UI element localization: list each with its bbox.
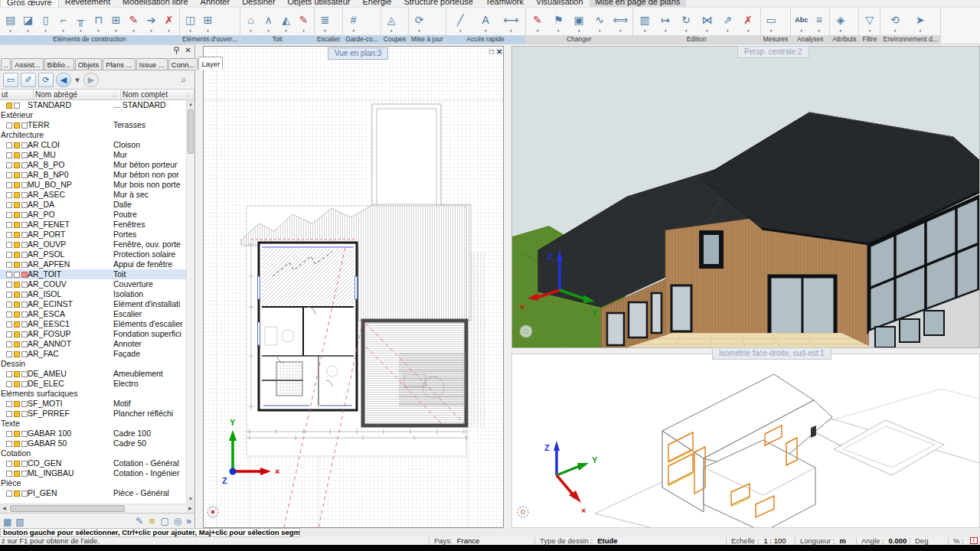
layer-toggle-white-icon[interactable]	[21, 212, 28, 218]
layer-toggle-white-icon[interactable]	[6, 381, 12, 387]
layer-toggle-white-icon[interactable]	[6, 411, 12, 417]
measure-tool-icon[interactable]: ▭▾	[763, 11, 780, 33]
globe-view-icon[interactable]: ◎	[174, 516, 181, 527]
layer-toggle-white-icon[interactable]	[6, 302, 12, 308]
isometric-3d-view[interactable]: Z Y ×	[511, 354, 980, 528]
layer-row-de-elec[interactable]: DE_ELECElectro	[0, 379, 186, 389]
layer-toggle-yellow-icon[interactable]	[14, 282, 20, 288]
layer-toggle-white-icon[interactable]	[21, 441, 28, 447]
layer-row-ar-fenet[interactable]: AR_FENETFenêtres	[0, 220, 186, 230]
layer-toggle-white-icon[interactable]	[6, 292, 12, 298]
slab-tool-icon[interactable]: ◪▾	[19, 11, 37, 33]
cursor-tool-icon[interactable]: ➤▾	[911, 11, 929, 33]
move-tool-icon[interactable]: ↦▾	[657, 11, 675, 33]
layer-row-ar-cloi[interactable]: AR CLOICloison	[0, 140, 186, 150]
stamp-tool-icon[interactable]: ▣▾	[570, 11, 588, 33]
shell-tool-icon[interactable]: ◭▾	[277, 11, 295, 33]
layer-toggle-yellow-icon[interactable]	[14, 341, 20, 347]
panel-tab-layer[interactable]: Layer	[198, 57, 223, 70]
layer-toggle-white-icon[interactable]	[21, 461, 28, 467]
layer-toggle-white-icon[interactable]	[6, 311, 12, 318]
roof-plane-tool-icon[interactable]: ∧▾	[260, 11, 277, 33]
print-icon[interactable]: ▭	[3, 73, 18, 87]
search-icon[interactable]: ⌕	[176, 73, 191, 87]
layer-toggle-white-icon[interactable]	[6, 142, 12, 148]
layer-row-ml-ingbau[interactable]: ML_INGBAUCotation - Ingénier	[0, 468, 186, 478]
layer-toggle-white-icon[interactable]	[6, 202, 12, 208]
layer-row-ar-b-po[interactable]: AR_B_POMur béton porteur	[0, 160, 186, 170]
panel-option-2-icon[interactable]: ▧	[15, 517, 24, 527]
layer-toggle-yellow-icon[interactable]	[14, 122, 20, 129]
pick-up-tool-icon[interactable]: ➔▾	[142, 11, 160, 33]
layer-toggle-yellow-icon[interactable]	[14, 441, 20, 447]
layer-toggle-white-icon[interactable]	[14, 103, 20, 109]
layer-row-terr[interactable]: TERRTerasses	[0, 120, 186, 130]
line-tool-icon[interactable]: ╱▾	[452, 11, 469, 33]
layer-toggle-white-icon[interactable]	[21, 222, 28, 228]
copy-tool-icon[interactable]: ▥▾	[636, 11, 654, 33]
layer-row-ar-apfen[interactable]: AR_APFENAppui de fenêtre	[0, 259, 186, 269]
layer-toggle-white-icon[interactable]	[21, 471, 28, 477]
layer-toggle-yellow-icon[interactable]	[14, 401, 20, 407]
layer-toggle-white-icon[interactable]	[6, 371, 12, 377]
layer-row-co-gen[interactable]: CO_GENCotation - Général	[0, 458, 186, 468]
menu-teamwork[interactable]: Teamwork	[479, 0, 530, 8]
layer-toggle-yellow-icon[interactable]	[14, 292, 20, 298]
menu-visualisation[interactable]: Visualisation	[530, 0, 590, 8]
nav-forward-icon[interactable]: ▶	[83, 73, 99, 87]
layer-toggle-white-icon[interactable]	[21, 182, 28, 188]
menu-annoter[interactable]: Annoter	[194, 0, 237, 8]
layer-toggle-white-icon[interactable]	[6, 242, 12, 248]
layer-row-gabar-100[interactable]: GABAR 100Cadre 100	[0, 429, 186, 439]
layer-toggle-yellow-icon[interactable]	[14, 192, 20, 198]
layer-toggle-white-icon[interactable]	[21, 162, 28, 168]
layer-toggle-white-icon[interactable]	[21, 302, 28, 308]
scroll-up-icon[interactable]: ▲	[187, 100, 194, 109]
modify-element-tool-icon[interactable]: ✎▾	[125, 11, 142, 33]
panel-tab-assist[interactable]: Assist...	[11, 58, 43, 70]
beam-tool-icon[interactable]: ⌐▾	[54, 11, 72, 33]
layer-toggle-yellow-icon[interactable]	[14, 182, 20, 188]
layer-toggle-yellow-icon[interactable]	[14, 202, 20, 208]
column-tool-icon[interactable]: ▯▾	[37, 11, 54, 33]
layer-row-ar-port[interactable]: AR_PORTPortes	[0, 230, 186, 240]
resize-tool-icon[interactable]: ⇗▾	[719, 11, 737, 33]
layer-toggle-white-icon[interactable]	[21, 381, 28, 387]
demolish-tool-icon[interactable]: ✗▾	[160, 11, 178, 33]
attributes-tool-icon[interactable]: ◈▾	[831, 11, 849, 33]
layer-toggle-red-icon[interactable]	[21, 272, 28, 278]
layer-row-ar-fosup[interactable]: AR_FOSUPFondation superfici	[0, 329, 186, 339]
scroll-down-icon[interactable]: ▼	[187, 495, 194, 504]
layer-row-ar-asec[interactable]: AR_ASECMur à sec	[0, 190, 186, 200]
panel-tab-issue[interactable]: Issue ...	[136, 58, 168, 70]
more-chevrons-icon[interactable]: »	[186, 516, 191, 527]
wall-tool-icon[interactable]: ▤▾	[2, 11, 19, 33]
layer-toggle-yellow-icon[interactable]	[14, 222, 20, 228]
menu-structure-porteuse[interactable]: Structure porteuse	[397, 0, 479, 8]
layer-toggle-white-icon[interactable]	[21, 351, 28, 357]
layer-toggle-white-icon[interactable]	[21, 202, 28, 208]
layer-toggle-white-icon[interactable]	[6, 351, 12, 357]
layer-toggle-yellow-icon[interactable]	[14, 461, 20, 467]
layer-row-ar-eesc1[interactable]: AR_EESC1Eléments d'escalier	[0, 319, 186, 329]
layer-row-sf-moti[interactable]: SF_MOTIMotif	[0, 399, 186, 409]
layer-toggle-white-icon[interactable]	[6, 122, 12, 129]
railing-tool-icon[interactable]: #▾	[345, 11, 362, 33]
layer-toggle-white-icon[interactable]	[6, 222, 12, 228]
layer-toggle-white-icon[interactable]	[6, 341, 12, 347]
layer-row-ar-ouvp[interactable]: AR_OUVPFenêtre, ouv. porte	[0, 240, 186, 249]
close-view-icon[interactable]: ✕	[496, 48, 502, 56]
mirror-tool-icon[interactable]: ⋈▾	[698, 11, 716, 33]
layer-toggle-white-icon[interactable]	[21, 491, 28, 497]
layer-toggle-yellow-icon[interactable]	[14, 381, 20, 387]
layer-toggle-white-icon[interactable]	[21, 262, 28, 268]
layer-toggle-yellow-icon[interactable]	[14, 351, 20, 357]
panel-tab-objets[interactable]: Objets	[75, 58, 102, 70]
menu-objets-utilisateur[interactable]: Objets utilisateur	[282, 0, 357, 8]
edit-pencil-tool-icon[interactable]: ✎▾	[529, 11, 547, 33]
layer-toggle-yellow-icon[interactable]	[14, 302, 20, 308]
layer-toggle-white-icon[interactable]	[6, 232, 12, 238]
layer-toggle-yellow-icon[interactable]	[14, 311, 20, 318]
layer-toggle-white-icon[interactable]	[21, 331, 28, 337]
opening-tool-icon[interactable]: ⊓▾	[90, 11, 107, 33]
